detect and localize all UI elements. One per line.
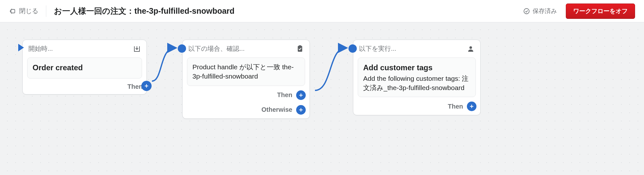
card-body[interactable]: Add customer tags Add the following cust… [358,57,476,97]
clipboard-check-icon [296,45,304,53]
workflow-card-action[interactable]: 以下を実行... Add customer tags Add the follo… [353,40,481,115]
card-header: 開始時... [23,40,146,57]
import-icon [133,45,141,53]
card-footer: Then [23,83,146,94]
node-dot-icon [178,44,186,53]
card-header-label: 以下を実行... [359,44,396,53]
back-icon [9,8,16,15]
add-then-button[interactable] [296,90,306,100]
card-header: 以下を実行... [353,40,480,57]
add-step-button[interactable] [467,102,476,111]
card-header-label: 以下の場合、確認... [188,44,245,53]
close-button[interactable]: 閉じる [9,7,38,15]
then-label: Then [277,91,292,99]
add-step-button[interactable] [141,81,152,91]
card-footer: Then Otherwise [183,90,310,118]
page-title: お一人様一回の注文：the-3p-fulfilled-snowboard [54,6,235,16]
svg-point-1 [524,8,529,14]
card-body[interactable]: Order created [27,57,142,79]
close-label: 閉じる [19,7,38,15]
person-icon [467,45,475,53]
then-label: Then [448,103,463,110]
svg-point-4 [469,46,472,49]
saved-label: 保存済み [533,7,557,15]
check-circle-icon [523,8,530,15]
otherwise-label: Otherwise [261,106,292,113]
action-title: Add customer tags [363,62,470,73]
card-header: 以下の場合、確認... [183,40,310,57]
then-label: Then [127,83,143,90]
workflow-card-trigger[interactable]: 開始時... Order created Then [22,40,147,95]
saved-status: 保存済み [523,7,557,15]
add-otherwise-button[interactable] [296,105,306,115]
card-header-label: 開始時... [28,44,53,53]
workflow-canvas[interactable]: 開始時... Order created Then 以下の場合、確認... [0,22,644,175]
card-footer: Then [353,102,480,115]
svg-rect-0 [11,9,15,13]
play-icon [18,44,24,51]
node-dot-icon [348,44,357,53]
workflow-card-condition[interactable]: 以下の場合、確認... Product handle が以下と一致 the-3p… [182,40,310,119]
svg-rect-3 [299,45,301,47]
header-bar: 閉じる お一人様一回の注文：the-3p-fulfilled-snowboard… [0,0,644,22]
condition-text: Product handle が以下と一致 the-3p-fulfilled-s… [192,62,300,81]
action-text: Add the following customer tags: 注文済み_th… [363,74,470,93]
turn-off-workflow-button[interactable]: ワークフローをオフ [566,4,635,19]
trigger-title: Order created [33,62,137,73]
svg-rect-2 [298,46,302,52]
header-divider [46,5,46,17]
card-body[interactable]: Product handle が以下と一致 the-3p-fulfilled-s… [187,57,305,86]
